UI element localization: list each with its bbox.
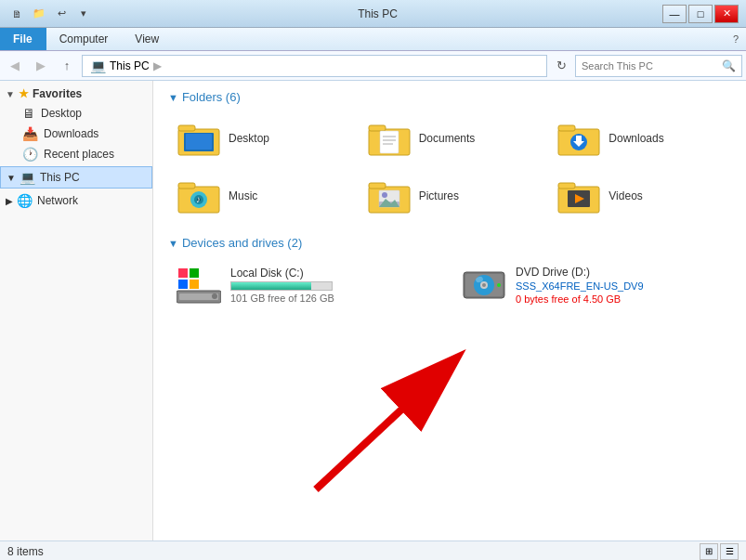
folder-item-downloads[interactable]: Downloads [548, 113, 731, 163]
ribbon-tabs: File Computer View ? [0, 28, 746, 50]
svg-rect-16 [576, 136, 582, 143]
svg-rect-3 [178, 125, 195, 131]
status-bar: 8 items ⊞ ☰ [0, 540, 746, 560]
drives-arrow: ▼ [168, 238, 178, 249]
title-bar: 🗎 📁 ↩ ▾ This PC — □ ✕ [0, 0, 746, 28]
sidebar-network-item[interactable]: ▶ 🌐 Network [0, 190, 152, 211]
drives-grid: Local Disk (C:) 101 GB free of 126 GB [168, 259, 731, 311]
svg-point-27 [382, 192, 387, 198]
dvd-drive-name: DVD Drive (D:) [516, 266, 644, 279]
svg-point-46 [497, 283, 501, 287]
folder-item-videos[interactable]: Videos [548, 171, 731, 221]
desktop-label: Desktop [229, 132, 269, 145]
tab-view[interactable]: View [122, 28, 173, 50]
sidebar: ▼ ★ Favorites 🖥 Desktop 📥 Downloads 🕐 Re… [0, 81, 153, 540]
folders-grid: Desktop Documents [168, 113, 731, 221]
maximize-button[interactable]: □ [688, 5, 713, 23]
address-bar: ◀ ▶ ↑ 💻 This PC ▶ ↻ 🔍 [0, 51, 746, 81]
sidebar-favorites-label: Favorites [33, 87, 82, 100]
svg-rect-5 [186, 134, 212, 150]
help-icon: ? [733, 33, 739, 45]
local-disk-free: 101 GB free of 126 GB [230, 293, 334, 304]
sidebar-item-desktop[interactable]: 🖥 Desktop [0, 103, 152, 124]
breadcrumb-pc-icon: 💻 [90, 59, 106, 73]
sidebar-network-section: ▶ 🌐 Network [0, 190, 152, 211]
pictures-label: Pictures [419, 189, 459, 202]
svg-rect-34 [190, 268, 199, 278]
search-input[interactable] [582, 60, 718, 72]
local-disk-bar-bg [230, 281, 333, 291]
sidebar-recent-label: Recent places [44, 148, 114, 161]
search-bar[interactable]: 🔍 [575, 55, 742, 77]
drives-section-header[interactable]: ▼ Devices and drives (2) [168, 236, 731, 250]
network-icon: 🌐 [17, 193, 33, 208]
drive-item-local-disk[interactable]: Local Disk (C:) 101 GB free of 126 GB [168, 259, 446, 311]
svg-rect-35 [178, 280, 188, 289]
drive-item-dvd[interactable]: DVD Drive (D:) SSS_X64FRE_EN-US_DV9 0 by… [453, 259, 731, 311]
favorites-star-icon: ★ [19, 87, 29, 100]
music-label: Music [229, 189, 257, 202]
ribbon: File Computer View ? [0, 28, 746, 51]
close-button[interactable]: ✕ [714, 5, 739, 23]
sidebar-item-downloads[interactable]: 📥 Downloads [0, 124, 152, 144]
minimize-button[interactable]: — [662, 5, 687, 23]
folder-item-documents[interactable]: Documents [359, 113, 542, 163]
folder-item-pictures[interactable]: Pictures [359, 171, 542, 221]
qat-new-folder[interactable]: 🗎 [7, 5, 26, 23]
downloads-folder-icon [556, 120, 601, 157]
sidebar-thispc-section: ▼ 💻 This PC [0, 166, 152, 189]
svg-point-39 [212, 293, 217, 299]
status-items: 8 items [7, 545, 44, 558]
folders-section-header[interactable]: ▼ Folders (6) [168, 90, 731, 104]
videos-folder-icon [556, 177, 601, 215]
up-button[interactable]: ↑ [56, 55, 78, 77]
window-title: This PC [93, 7, 662, 20]
qat-properties[interactable]: 📁 [30, 5, 48, 23]
thispc-arrow: ▼ [7, 173, 16, 183]
svg-text:♪: ♪ [196, 194, 201, 204]
svg-rect-33 [178, 268, 188, 278]
forward-button[interactable]: ▶ [30, 55, 52, 77]
svg-rect-8 [380, 131, 399, 153]
svg-rect-13 [558, 125, 575, 131]
sidebar-favorites-header[interactable]: ▼ ★ Favorites [0, 85, 152, 103]
dvd-icon [462, 267, 506, 304]
tab-file[interactable]: File [0, 28, 46, 50]
folders-arrow: ▼ [168, 92, 178, 103]
refresh-button[interactable]: ↻ [551, 56, 571, 76]
folder-item-desktop[interactable]: Desktop [168, 113, 351, 163]
breadcrumb-arrow: ▶ [153, 59, 162, 72]
drives-header-label: Devices and drives (2) [182, 236, 302, 250]
svg-rect-18 [178, 183, 195, 189]
sidebar-item-recent[interactable]: 🕐 Recent places [0, 144, 152, 164]
svg-point-44 [482, 283, 486, 287]
address-breadcrumb[interactable]: 💻 This PC ▶ [82, 55, 547, 77]
back-button[interactable]: ◀ [4, 55, 26, 77]
folder-item-music[interactable]: ♪ Music [168, 171, 351, 221]
breadcrumb-thispc: This PC [110, 59, 150, 72]
folders-header-label: Folders (6) [182, 90, 241, 104]
downloads-icon: 📥 [22, 126, 38, 141]
sidebar-thispc-item[interactable]: ▼ 💻 This PC [0, 166, 152, 189]
sidebar-downloads-label: Downloads [44, 127, 98, 140]
tab-computer[interactable]: Computer [46, 28, 123, 50]
documents-folder-icon [367, 120, 412, 157]
dvd-info: DVD Drive (D:) SSS_X64FRE_EN-US_DV9 0 by… [516, 266, 644, 305]
qat-undo[interactable]: ↩ [52, 5, 71, 23]
sidebar-favorites-section: ▼ ★ Favorites 🖥 Desktop 📥 Downloads 🕐 Re… [0, 85, 152, 164]
svg-rect-30 [558, 183, 575, 189]
dvd-subname: SSS_X64FRE_EN-US_DV9 [516, 280, 644, 292]
sidebar-thispc-label: This PC [40, 171, 80, 184]
content-area: ▼ Folders (6) Desktop [153, 81, 746, 540]
desktop-icon: 🖥 [22, 106, 35, 121]
ribbon-collapse[interactable]: ? [726, 28, 746, 50]
hdd-icon [177, 267, 221, 304]
videos-label: Videos [609, 189, 642, 202]
pictures-folder-icon [367, 177, 412, 215]
local-disk-bar-fill [231, 282, 311, 290]
music-folder-icon: ♪ [177, 177, 221, 215]
large-icons-view[interactable]: ⊞ [700, 543, 718, 560]
dvd-free: 0 bytes free of 4.50 GB [516, 293, 644, 305]
qat-dropdown[interactable]: ▾ [74, 5, 93, 23]
details-view[interactable]: ☰ [720, 543, 739, 560]
